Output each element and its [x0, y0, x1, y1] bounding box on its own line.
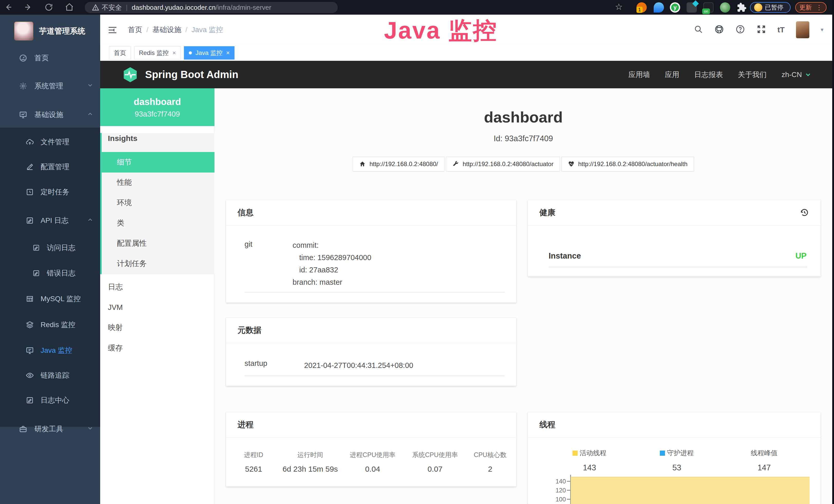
search-icon[interactable]	[694, 25, 703, 35]
sba-menu-jvm[interactable]: JVM	[100, 297, 215, 318]
forward-icon[interactable]	[24, 3, 33, 12]
url-host: dashboard.yudao.iocoder.cn	[132, 4, 216, 12]
github-icon[interactable]	[714, 24, 724, 35]
sidebar-item-system[interactable]: 系统管理	[0, 76, 100, 96]
avatar[interactable]	[796, 21, 809, 38]
sba-brand[interactable]: Spring Boot Admin	[122, 61, 238, 88]
sba-nav-about[interactable]: 关于我们	[738, 70, 767, 79]
sidebar-item-error-log[interactable]: 错误日志	[0, 263, 100, 283]
card-process-title: 进程	[226, 412, 516, 438]
sba-menu-logs[interactable]: 日志	[100, 277, 215, 297]
sba-nav-applications[interactable]: 应用	[665, 70, 679, 79]
sidebar-item-log-center[interactable]: 日志中心	[0, 390, 100, 411]
sidebar-item-config[interactable]: 配置管理	[0, 157, 100, 177]
ytick-120: 120	[550, 487, 566, 494]
close-icon[interactable]: ×	[172, 49, 176, 56]
page-instance-id: Id: 93a3fc7f7409	[215, 134, 832, 143]
info-key: git	[244, 240, 253, 249]
fullscreen-icon[interactable]	[756, 24, 766, 35]
extensions-puzzle-icon[interactable]	[737, 2, 747, 13]
card-health-body: Instance UP	[528, 226, 821, 276]
edit-icon	[26, 163, 34, 171]
main-column: 首页 / 基础设施 / Java 监控 Java 监控 tT ▾ 首页 Redi…	[100, 15, 832, 504]
info-value: commit: time: 1596289704000 id: 27aa832 …	[292, 239, 371, 288]
sba-menu-classes[interactable]: 类	[100, 213, 215, 233]
extension-y-icon[interactable]: y	[670, 2, 680, 13]
sidebar-item-redis[interactable]: Redis 监控	[0, 315, 100, 335]
sba-lang-select[interactable]: zh-CN	[782, 71, 812, 79]
sba-menu-label: 性能	[117, 177, 132, 188]
tags-view: 首页 Redis 监控 × Java 监控 ×	[100, 45, 832, 61]
close-icon[interactable]: ×	[226, 49, 229, 56]
extension-list-icon[interactable]: on	[703, 2, 714, 13]
tab-label: Java 监控	[195, 49, 222, 57]
legend-live-threads: 活动线程 143	[551, 449, 628, 473]
hamburger-icon[interactable]	[108, 26, 117, 35]
sidebar-item-jobs[interactable]: 定时任务	[0, 182, 100, 202]
extension-grid-icon[interactable]	[686, 2, 697, 13]
chevron-up-icon	[87, 111, 93, 119]
extension-badge: 1	[636, 7, 643, 13]
sidebar-item-mysql[interactable]: MySQL 监控	[0, 289, 100, 309]
sidebar-item-files[interactable]: 文件管理	[0, 132, 100, 152]
profile-paused-button[interactable]: 已暂停	[750, 2, 791, 13]
address-divider: |	[126, 4, 128, 12]
sidebar-item-java-active[interactable]: Java 监控	[0, 340, 100, 361]
monitor-icon	[19, 111, 27, 119]
sba-nav-journal[interactable]: 日志报表	[694, 70, 723, 79]
sba-menu-scheduled-tasks[interactable]: 计划任务	[100, 253, 215, 274]
extension-search-icon[interactable]	[720, 2, 730, 13]
app-sidebar: 芋道管理系统 首页 系统管理 基础设施 文件管理 配置管理 定时任务 API 日…	[0, 15, 100, 504]
sba-nav-wallboard[interactable]: 应用墙	[629, 70, 650, 79]
tick-mark	[567, 499, 570, 500]
profile-avatar-emoji	[754, 3, 762, 12]
extension-pin-icon[interactable]	[654, 2, 664, 13]
back-icon[interactable]	[4, 3, 13, 12]
sidebar-item-home[interactable]: 首页	[0, 48, 100, 68]
tab-redis-monitor[interactable]: Redis 监控 ×	[134, 46, 181, 60]
sba-menu-details[interactable]: 细节	[100, 152, 215, 173]
sidebar-item-label: 错误日志	[47, 268, 75, 278]
breadcrumb: 首页 / 基础设施 / Java 监控	[128, 15, 223, 45]
sidebar-item-label: 首页	[35, 53, 49, 63]
sidebar-item-access-log[interactable]: 访问日志	[0, 237, 100, 258]
sidebar-item-dev-tools[interactable]: 研发工具	[0, 419, 100, 439]
sidebar-item-api-log[interactable]: API 日志	[0, 210, 100, 231]
sidebar-item-infra[interactable]: 基础设施	[0, 105, 100, 125]
sba-menu-environment[interactable]: 环境	[100, 192, 215, 213]
endpoint-health-button[interactable]: http://192.168.0.2:48080/actuator/health	[562, 157, 694, 171]
browser-update-button[interactable]: 更新 ⋮	[795, 2, 827, 13]
endpoint-home-button[interactable]: http://192.168.0.2:48080/	[353, 157, 444, 171]
sba-menu-label: 细节	[117, 157, 132, 167]
sba-menu-configprops[interactable]: 配置属性	[100, 233, 215, 254]
sba-menu-metrics[interactable]: 性能	[100, 172, 215, 193]
home-icon[interactable]	[65, 3, 74, 12]
sidebar-item-label: MySQL 监控	[41, 294, 81, 304]
tick-mark	[567, 481, 570, 482]
sidebar-item-label: 日志中心	[41, 395, 69, 405]
sba-menu-caches[interactable]: 缓存	[100, 338, 215, 359]
breadcrumb-infra[interactable]: 基础设施	[153, 25, 181, 35]
help-icon[interactable]	[736, 24, 745, 35]
url-path: /infra/admin-server	[216, 4, 271, 12]
app-logo-row[interactable]: 芋道管理系统	[0, 19, 100, 43]
font-size-icon[interactable]: tT	[777, 25, 785, 34]
sba-logo-icon	[122, 67, 138, 83]
tick-mark	[567, 490, 570, 491]
tab-java-monitor-active[interactable]: Java 监控 ×	[184, 46, 235, 60]
legend-yellow-swatch	[572, 451, 578, 456]
endpoint-actuator-button[interactable]: http://192.168.0.2:48080/actuator	[446, 157, 560, 171]
not-secure-warning[interactable]: 不安全	[92, 3, 122, 12]
sba-menu-label: 环境	[117, 198, 132, 208]
avatar-caret-icon[interactable]: ▾	[821, 26, 824, 33]
address-bar[interactable]: 不安全 | dashboard.yudao.iocoder.cn/infra/a…	[85, 2, 338, 13]
bookmark-star-icon[interactable]: ☆	[615, 2, 624, 11]
history-icon[interactable]	[800, 208, 809, 217]
breadcrumb-home[interactable]: 首页	[128, 25, 142, 35]
sba-instance-name: dashboard	[100, 88, 215, 107]
sba-menu-mappings[interactable]: 映射	[100, 317, 215, 338]
browser-menu-icon[interactable]: ⋮	[816, 4, 822, 12]
reload-icon[interactable]	[44, 3, 53, 12]
sidebar-item-tracing[interactable]: 链路追踪	[0, 365, 100, 386]
tab-home[interactable]: 首页	[109, 46, 131, 60]
